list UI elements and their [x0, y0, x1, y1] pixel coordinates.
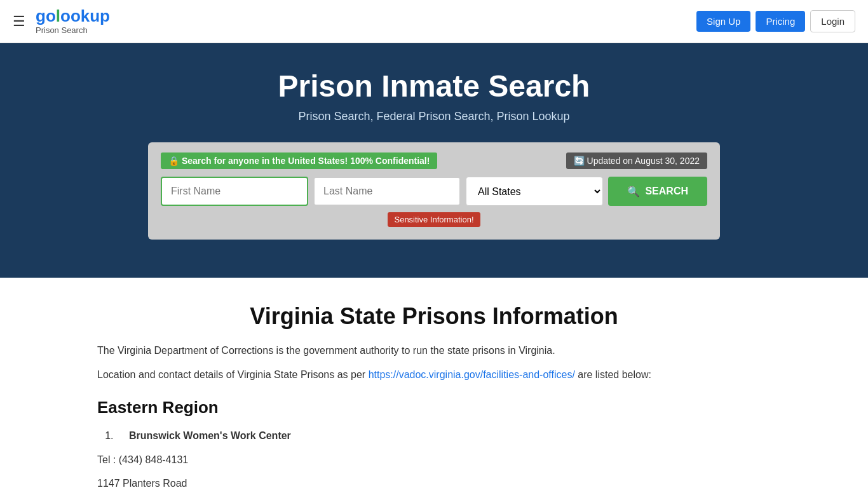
header-left: ☰ golookup Prison Search [13, 8, 110, 35]
logo-go: go [36, 6, 56, 25]
facility-address: 1147 Planters Road [97, 475, 771, 488]
first-name-input[interactable] [161, 177, 308, 206]
logo-subtitle: Prison Search [36, 25, 88, 35]
intro2-prefix: Location and contact details of Virginia… [97, 369, 369, 380]
logo: golookup [36, 8, 110, 24]
search-box-top: 🔒 Search for anyone in the United States… [161, 152, 707, 169]
facility-list: Brunswick Women's Work Center [97, 428, 771, 444]
search-button-label: SEARCH [645, 186, 688, 197]
hero-section: Prison Inmate Search Prison Search, Fede… [0, 43, 868, 278]
login-button[interactable]: Login [810, 10, 855, 32]
facility-name: Brunswick Women's Work Center [129, 428, 771, 444]
sensitive-badge: Sensitive Information! [388, 212, 480, 227]
search-button[interactable]: 🔍 SEARCH [608, 177, 707, 206]
search-icon: 🔍 [627, 186, 640, 198]
logo-container: golookup Prison Search [36, 8, 110, 35]
intro2-suffix: are listed below: [578, 369, 651, 380]
vadoc-link[interactable]: https://vadoc.virginia.gov/facilities-an… [369, 369, 575, 380]
last-name-input[interactable] [313, 177, 461, 206]
intro-paragraph-2: Location and contact details of Virginia… [97, 367, 771, 383]
hero-subtitle: Prison Search, Federal Prison Search, Pr… [13, 110, 855, 123]
hamburger-menu-icon[interactable]: ☰ [13, 13, 25, 30]
search-box: 🔒 Search for anyone in the United States… [148, 142, 720, 240]
facility-tel: Tel : (434) 848-4131 [97, 452, 771, 468]
list-item: Brunswick Women's Work Center [116, 428, 771, 444]
header: ☰ golookup Prison Search Sign Up Pricing… [0, 0, 868, 43]
main-content: Virginia State Prisons Information The V… [85, 303, 783, 488]
updated-badge: 🔄 Updated on August 30, 2022 [566, 152, 707, 169]
state-select[interactable]: All States Alabama Alaska Arizona Arkans… [466, 177, 603, 206]
header-right: Sign Up Pricing Login [696, 10, 855, 32]
page-title: Virginia State Prisons Information [97, 303, 771, 330]
intro-paragraph-1: The Virginia Department of Corrections i… [97, 342, 771, 359]
pricing-button[interactable]: Pricing [756, 11, 805, 32]
hero-title: Prison Inmate Search [13, 69, 855, 104]
search-fields: All States Alabama Alaska Arizona Arkans… [161, 177, 707, 206]
region-title: Eastern Region [97, 398, 771, 417]
sensitive-info-area: Sensitive Information! [161, 212, 707, 227]
confidential-badge: 🔒 Search for anyone in the United States… [161, 152, 437, 169]
signup-button[interactable]: Sign Up [696, 11, 750, 32]
logo-oo: l [56, 6, 60, 25]
logo-lookup: ookup [60, 6, 110, 25]
